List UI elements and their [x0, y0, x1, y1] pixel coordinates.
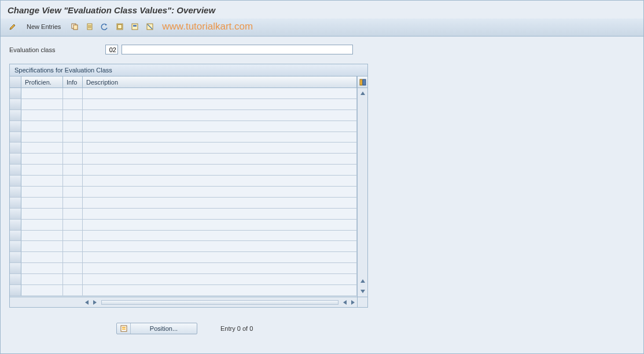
position-button[interactable]: Position... [116, 323, 197, 334]
cell-description[interactable] [83, 88, 357, 99]
cell-proficien[interactable] [21, 110, 63, 121]
table-row[interactable] [10, 110, 357, 121]
cell-info[interactable] [63, 263, 83, 274]
row-selector[interactable] [10, 165, 21, 176]
cell-proficien[interactable] [21, 209, 63, 220]
row-selector[interactable] [10, 220, 21, 231]
cell-info[interactable] [63, 165, 83, 176]
cell-description[interactable] [83, 110, 357, 121]
select-block-icon[interactable] [128, 21, 141, 32]
cell-info[interactable] [63, 241, 83, 252]
select-all-icon[interactable] [113, 21, 126, 32]
cell-proficien[interactable] [21, 252, 63, 263]
cell-description[interactable] [83, 274, 357, 285]
row-selector[interactable] [10, 154, 21, 165]
cell-description[interactable] [83, 241, 357, 252]
table-row[interactable] [10, 274, 357, 285]
cell-info[interactable] [63, 252, 83, 263]
cell-proficien[interactable] [21, 187, 63, 198]
col-info[interactable]: Info [63, 76, 83, 87]
cell-description[interactable] [83, 121, 357, 132]
table-row[interactable] [10, 88, 357, 99]
col-description[interactable]: Description [83, 76, 357, 87]
scroll-left-end-icon[interactable] [341, 298, 349, 306]
cell-description[interactable] [83, 132, 357, 143]
cell-proficien[interactable] [21, 263, 63, 274]
cell-description[interactable] [83, 231, 357, 242]
table-row[interactable] [10, 209, 357, 220]
deselect-all-icon[interactable] [143, 21, 156, 32]
scroll-down-icon[interactable] [359, 287, 367, 295]
cell-info[interactable] [63, 143, 83, 154]
row-selector[interactable] [10, 88, 21, 99]
cell-description[interactable] [83, 252, 357, 263]
row-selector[interactable] [10, 176, 21, 187]
table-row[interactable] [10, 241, 357, 252]
scroll-left-start-icon[interactable] [83, 298, 91, 306]
scroll-up2-icon[interactable] [359, 277, 367, 285]
cell-proficien[interactable] [21, 241, 63, 252]
cell-info[interactable] [63, 110, 83, 121]
cell-description[interactable] [83, 220, 357, 231]
row-selector[interactable] [10, 110, 21, 121]
cell-description[interactable] [83, 176, 357, 187]
undo-icon[interactable] [98, 21, 111, 32]
cell-proficien[interactable] [21, 88, 63, 99]
table-row[interactable] [10, 132, 357, 143]
scroll-right-start-icon[interactable] [91, 298, 99, 306]
cell-description[interactable] [83, 165, 357, 176]
cell-proficien[interactable] [21, 132, 63, 143]
evaluation-class-desc-input[interactable] [122, 45, 353, 54]
row-selector[interactable] [10, 252, 21, 263]
table-row[interactable] [10, 220, 357, 231]
table-row[interactable] [10, 285, 357, 296]
cell-info[interactable] [63, 187, 83, 198]
cell-description[interactable] [83, 198, 357, 209]
cell-proficien[interactable] [21, 220, 63, 231]
cell-info[interactable] [63, 121, 83, 132]
table-row[interactable] [10, 143, 357, 154]
table-row[interactable] [10, 121, 357, 132]
table-row[interactable] [10, 187, 357, 198]
row-selector[interactable] [10, 263, 21, 274]
table-row[interactable] [10, 176, 357, 187]
row-selector[interactable] [10, 241, 21, 252]
cell-info[interactable] [63, 220, 83, 231]
cell-proficien[interactable] [21, 99, 63, 110]
table-row[interactable] [10, 231, 357, 242]
cell-description[interactable] [83, 154, 357, 165]
cell-proficien[interactable] [21, 285, 63, 296]
table-row[interactable] [10, 252, 357, 263]
cell-proficien[interactable] [21, 231, 63, 242]
row-selector[interactable] [10, 99, 21, 110]
scroll-right-end-icon[interactable] [349, 298, 357, 306]
cell-description[interactable] [83, 187, 357, 198]
hscroll-track[interactable] [101, 300, 338, 305]
evaluation-class-code-input[interactable] [105, 45, 118, 54]
row-selector[interactable] [10, 121, 21, 132]
cell-info[interactable] [63, 99, 83, 110]
row-selector[interactable] [10, 198, 21, 209]
cell-description[interactable] [83, 99, 357, 110]
cell-info[interactable] [63, 176, 83, 187]
cell-info[interactable] [63, 285, 83, 296]
cell-info[interactable] [63, 88, 83, 99]
vertical-scrollbar[interactable] [357, 88, 367, 297]
row-selector[interactable] [10, 209, 21, 220]
table-row[interactable] [10, 99, 357, 110]
table-row[interactable] [10, 198, 357, 209]
horizontal-scrollbar[interactable] [10, 297, 367, 307]
cell-info[interactable] [63, 231, 83, 242]
cell-proficien[interactable] [21, 165, 63, 176]
row-selector[interactable] [10, 132, 21, 143]
cell-info[interactable] [63, 132, 83, 143]
cell-description[interactable] [83, 285, 357, 296]
col-proficien[interactable]: Proficien. [21, 76, 63, 87]
delete-icon[interactable] [83, 21, 96, 32]
cell-info[interactable] [63, 274, 83, 285]
copy-as-icon[interactable] [68, 21, 81, 32]
scroll-up-icon[interactable] [359, 89, 367, 97]
table-row[interactable] [10, 154, 357, 165]
cell-info[interactable] [63, 198, 83, 209]
cell-proficien[interactable] [21, 274, 63, 285]
